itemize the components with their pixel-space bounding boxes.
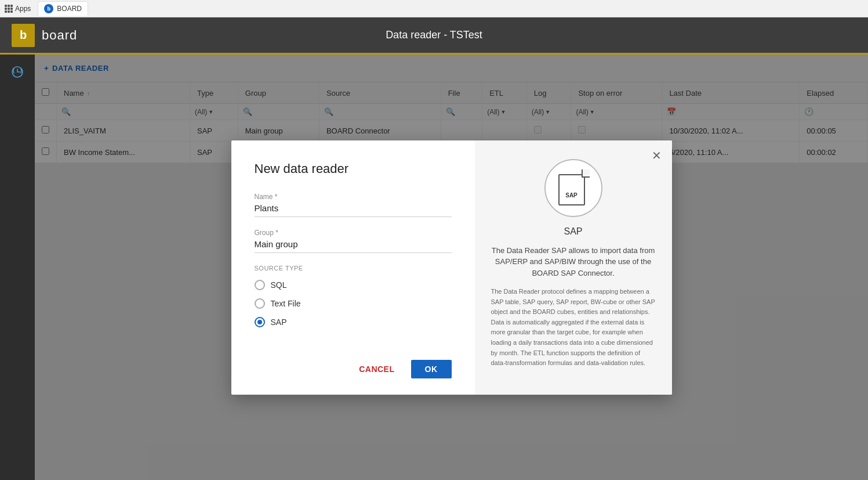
tab-label: BOARD (57, 5, 82, 13)
browser-tab[interactable]: b BOARD (38, 1, 88, 16)
browser-bar: Apps b BOARD (0, 0, 868, 17)
sap-doc-icon: SAP (558, 171, 589, 205)
modal-left-panel: New data reader Name * Group * SOURCE TY… (231, 140, 475, 395)
textfile-radio-label: Text File (271, 299, 301, 308)
apps-grid-icon (5, 5, 13, 13)
page-title: Data reader - TSTest (386, 29, 482, 41)
apps-launcher[interactable]: Apps (5, 5, 31, 13)
logo-text: board (42, 28, 77, 43)
group-input[interactable] (255, 239, 452, 249)
sap-icon-circle: SAP (544, 159, 602, 217)
sap-desc-main: The Data Reader SAP allows to import dat… (491, 245, 656, 279)
modal-backdrop: ✕ New data reader Name * Group * SOURCE … (35, 55, 868, 480)
logo-box: b (12, 24, 35, 47)
modal-footer: CANCEL OK (255, 351, 452, 378)
sql-radio-circle (255, 280, 265, 290)
group-field-label: Group * (255, 229, 452, 237)
sap-panel-title: SAP (564, 226, 582, 237)
sap-doc-label: SAP (560, 192, 584, 199)
sidebar (0, 55, 35, 480)
sap-desc-detail: The Data Reader protocol defines a mappi… (491, 287, 656, 369)
modal-close-button[interactable]: ✕ (649, 147, 665, 164)
content-area: + DATA READER Name ↑ Type (35, 55, 868, 480)
sap-radio-dot (257, 320, 262, 324)
new-data-reader-modal: ✕ New data reader Name * Group * SOURCE … (231, 140, 672, 395)
name-field-label: Name * (255, 193, 452, 201)
modal-title: New data reader (255, 161, 452, 176)
sap-doc-fold (582, 169, 590, 178)
modal-right-panel: SAP SAP The Data Reader SAP allows to im… (475, 140, 672, 395)
sap-doc-body: SAP (558, 174, 585, 205)
sidebar-icon-data[interactable] (7, 62, 28, 82)
cancel-button[interactable]: CANCEL (350, 360, 404, 378)
sap-radio-circle (255, 317, 265, 327)
source-type-label: SOURCE TYPE (255, 265, 452, 272)
app-header: b board Data reader - TSTest (0, 17, 868, 55)
radio-option-sql[interactable]: SQL (255, 280, 452, 290)
app-shell: b board Data reader - TSTest + (0, 17, 868, 480)
ok-button[interactable]: OK (411, 360, 452, 378)
apps-label: Apps (15, 5, 31, 13)
name-input[interactable] (255, 203, 452, 213)
radio-option-sap[interactable]: SAP (255, 317, 452, 327)
name-field-value (255, 203, 452, 217)
logo-letter: b (20, 28, 27, 42)
main-area: + DATA READER Name ↑ Type (0, 55, 868, 480)
board-favicon: b (44, 4, 53, 13)
group-field-value (255, 239, 452, 253)
sql-radio-label: SQL (271, 280, 287, 290)
textfile-radio-circle (255, 298, 265, 309)
radio-option-textfile[interactable]: Text File (255, 298, 452, 309)
sap-radio-label: SAP (271, 317, 287, 327)
